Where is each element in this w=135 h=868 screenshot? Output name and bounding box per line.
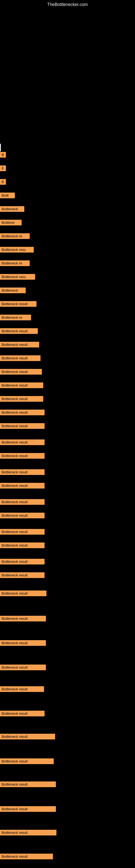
bottleneck-result-item[interactable]: Bottleneck result xyxy=(0,542,45,548)
bottleneck-result-item[interactable]: E xyxy=(0,165,6,171)
text-cursor xyxy=(0,144,1,151)
bottleneck-result-item[interactable]: Bottleneck result xyxy=(0,830,56,835)
bottleneck-result-item[interactable]: Bottleneck result xyxy=(0,734,55,739)
bottleneck-result-item[interactable]: Bottleneck result xyxy=(0,453,45,459)
bottleneck-result-item[interactable]: Bottleneck result xyxy=(0,758,54,764)
bottleneck-result-item[interactable]: Bottleneck result xyxy=(0,410,45,415)
bottleneck-result-item[interactable]: B xyxy=(0,152,6,158)
bottleneck-result-item[interactable]: Bottleneck result xyxy=(0,711,45,716)
bottleneck-result-item[interactable]: Bottleneck result xyxy=(0,686,44,692)
bottleneck-result-item[interactable]: Bottleneck re xyxy=(0,260,30,266)
bottleneck-result-item[interactable]: Bottleneck result xyxy=(0,854,53,859)
bottleneck-result-item[interactable]: Bottleneck result xyxy=(0,572,45,578)
bottleneck-result-item[interactable]: Bottleneck re xyxy=(0,315,31,320)
bottleneck-result-item[interactable]: Bottlene xyxy=(0,220,21,225)
bottleneck-result-item[interactable]: Bottleneck resu xyxy=(0,247,34,252)
bottleneck-result-item[interactable]: Bottleneck result xyxy=(0,423,45,429)
bottleneck-result-item[interactable]: Bottleneck result xyxy=(0,806,56,812)
bottleneck-result-item[interactable]: Bottleneck result xyxy=(0,301,37,307)
bottleneck-result-item[interactable]: Bottleneck result xyxy=(0,781,56,787)
bottleneck-result-item[interactable]: Bottleneck result xyxy=(0,483,45,489)
bottleneck-result-item[interactable]: Bottleneck result xyxy=(0,469,45,475)
bottleneck-result-item[interactable]: Bottleneck result xyxy=(0,616,46,621)
bottleneck-result-item[interactable]: Bottleneck result xyxy=(0,664,46,670)
bottleneck-result-item[interactable]: Bottleneck result xyxy=(0,640,46,646)
bottleneck-result-item[interactable]: Bottleneck result xyxy=(0,396,43,402)
bottleneck-result-item[interactable]: Bottleneck result xyxy=(0,382,43,388)
bottleneck-result-item[interactable]: Bottleneck result xyxy=(0,369,42,375)
bottleneck-result-item[interactable]: Bottl xyxy=(0,193,15,198)
bottleneck-result-item[interactable]: Bottleneck result xyxy=(0,342,39,347)
bottleneck-result-item[interactable]: Bottleneck result xyxy=(0,439,45,445)
site-title: TheBottlenecker.com xyxy=(47,2,88,7)
bottleneck-result-item[interactable]: Bottleneck result xyxy=(0,355,41,361)
bottleneck-result-item[interactable]: Bottleneck xyxy=(0,206,24,212)
bottleneck-result-item[interactable]: Bottleneck re xyxy=(0,233,30,239)
bottleneck-result-item[interactable]: Bottleneck result xyxy=(0,499,45,505)
bottleneck-result-item[interactable]: Bottleneck result xyxy=(0,328,38,334)
bottleneck-result-item[interactable]: Bottleneck result xyxy=(0,529,45,535)
bottleneck-result-item[interactable]: B xyxy=(0,179,6,185)
bottleneck-result-item[interactable]: Bottleneck result xyxy=(0,590,46,596)
bottleneck-result-item[interactable]: Bottleneck result xyxy=(0,513,45,518)
bottleneck-result-item[interactable]: Bottleneck resu xyxy=(0,274,35,280)
bottleneck-result-item[interactable]: Bottleneck xyxy=(0,287,26,293)
bottleneck-result-item[interactable]: Bottleneck result xyxy=(0,559,45,564)
